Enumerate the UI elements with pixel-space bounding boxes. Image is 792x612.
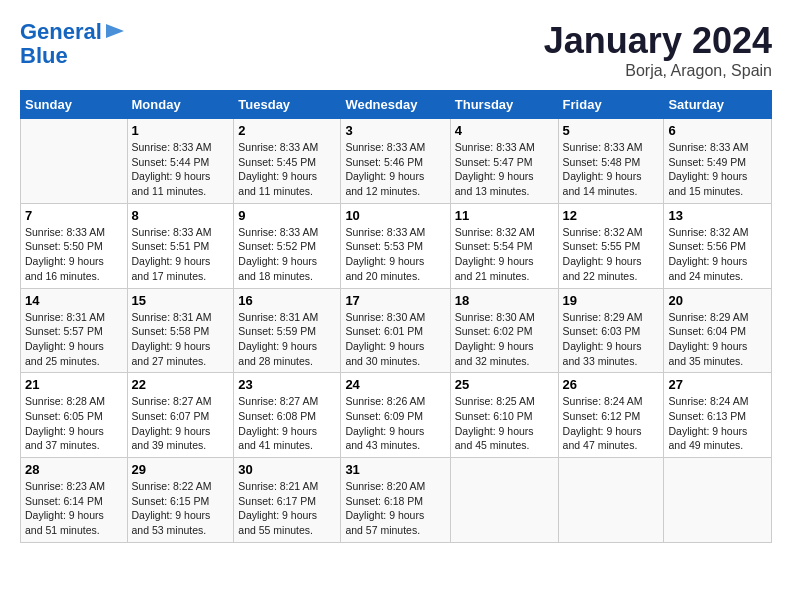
day-info: Sunrise: 8:27 AMSunset: 6:08 PMDaylight:… xyxy=(238,394,336,453)
logo: General Blue xyxy=(20,20,124,68)
calendar-cell: 6Sunrise: 8:33 AMSunset: 5:49 PMDaylight… xyxy=(664,119,772,204)
day-number: 9 xyxy=(238,208,336,223)
day-number: 17 xyxy=(345,293,445,308)
day-number: 3 xyxy=(345,123,445,138)
calendar-cell: 16Sunrise: 8:31 AMSunset: 5:59 PMDayligh… xyxy=(234,288,341,373)
calendar-cell: 19Sunrise: 8:29 AMSunset: 6:03 PMDayligh… xyxy=(558,288,664,373)
day-info: Sunrise: 8:25 AMSunset: 6:10 PMDaylight:… xyxy=(455,394,554,453)
day-info: Sunrise: 8:20 AMSunset: 6:18 PMDaylight:… xyxy=(345,479,445,538)
day-number: 31 xyxy=(345,462,445,477)
calendar-cell: 1Sunrise: 8:33 AMSunset: 5:44 PMDaylight… xyxy=(127,119,234,204)
day-info: Sunrise: 8:24 AMSunset: 6:12 PMDaylight:… xyxy=(563,394,660,453)
calendar-header-monday: Monday xyxy=(127,91,234,119)
calendar-cell: 2Sunrise: 8:33 AMSunset: 5:45 PMDaylight… xyxy=(234,119,341,204)
calendar-week-3: 14Sunrise: 8:31 AMSunset: 5:57 PMDayligh… xyxy=(21,288,772,373)
calendar-cell: 18Sunrise: 8:30 AMSunset: 6:02 PMDayligh… xyxy=(450,288,558,373)
logo-arrow-icon xyxy=(106,24,124,38)
day-number: 7 xyxy=(25,208,123,223)
day-number: 2 xyxy=(238,123,336,138)
day-info: Sunrise: 8:31 AMSunset: 5:57 PMDaylight:… xyxy=(25,310,123,369)
logo-text2: Blue xyxy=(20,43,68,68)
calendar-cell: 14Sunrise: 8:31 AMSunset: 5:57 PMDayligh… xyxy=(21,288,128,373)
day-number: 8 xyxy=(132,208,230,223)
calendar-cell: 30Sunrise: 8:21 AMSunset: 6:17 PMDayligh… xyxy=(234,458,341,543)
day-info: Sunrise: 8:29 AMSunset: 6:04 PMDaylight:… xyxy=(668,310,767,369)
calendar-cell: 31Sunrise: 8:20 AMSunset: 6:18 PMDayligh… xyxy=(341,458,450,543)
calendar-header-row: SundayMondayTuesdayWednesdayThursdayFrid… xyxy=(21,91,772,119)
day-number: 30 xyxy=(238,462,336,477)
calendar-cell xyxy=(558,458,664,543)
logo-text: General xyxy=(20,20,102,44)
calendar-cell xyxy=(21,119,128,204)
page-subtitle: Borja, Aragon, Spain xyxy=(544,62,772,80)
day-number: 22 xyxy=(132,377,230,392)
day-number: 13 xyxy=(668,208,767,223)
calendar-cell: 27Sunrise: 8:24 AMSunset: 6:13 PMDayligh… xyxy=(664,373,772,458)
day-info: Sunrise: 8:23 AMSunset: 6:14 PMDaylight:… xyxy=(25,479,123,538)
calendar-cell: 28Sunrise: 8:23 AMSunset: 6:14 PMDayligh… xyxy=(21,458,128,543)
day-number: 1 xyxy=(132,123,230,138)
day-number: 16 xyxy=(238,293,336,308)
day-info: Sunrise: 8:33 AMSunset: 5:51 PMDaylight:… xyxy=(132,225,230,284)
calendar-cell: 3Sunrise: 8:33 AMSunset: 5:46 PMDaylight… xyxy=(341,119,450,204)
calendar-cell: 21Sunrise: 8:28 AMSunset: 6:05 PMDayligh… xyxy=(21,373,128,458)
day-info: Sunrise: 8:30 AMSunset: 6:01 PMDaylight:… xyxy=(345,310,445,369)
day-number: 24 xyxy=(345,377,445,392)
calendar-table: SundayMondayTuesdayWednesdayThursdayFrid… xyxy=(20,90,772,543)
day-info: Sunrise: 8:26 AMSunset: 6:09 PMDaylight:… xyxy=(345,394,445,453)
calendar-header-sunday: Sunday xyxy=(21,91,128,119)
calendar-cell: 7Sunrise: 8:33 AMSunset: 5:50 PMDaylight… xyxy=(21,203,128,288)
calendar-cell: 26Sunrise: 8:24 AMSunset: 6:12 PMDayligh… xyxy=(558,373,664,458)
day-number: 18 xyxy=(455,293,554,308)
calendar-cell: 8Sunrise: 8:33 AMSunset: 5:51 PMDaylight… xyxy=(127,203,234,288)
day-info: Sunrise: 8:24 AMSunset: 6:13 PMDaylight:… xyxy=(668,394,767,453)
day-number: 29 xyxy=(132,462,230,477)
day-info: Sunrise: 8:33 AMSunset: 5:50 PMDaylight:… xyxy=(25,225,123,284)
calendar-header-thursday: Thursday xyxy=(450,91,558,119)
day-info: Sunrise: 8:33 AMSunset: 5:53 PMDaylight:… xyxy=(345,225,445,284)
day-number: 15 xyxy=(132,293,230,308)
calendar-header-saturday: Saturday xyxy=(664,91,772,119)
calendar-cell: 17Sunrise: 8:30 AMSunset: 6:01 PMDayligh… xyxy=(341,288,450,373)
day-number: 21 xyxy=(25,377,123,392)
day-info: Sunrise: 8:33 AMSunset: 5:52 PMDaylight:… xyxy=(238,225,336,284)
day-info: Sunrise: 8:33 AMSunset: 5:47 PMDaylight:… xyxy=(455,140,554,199)
day-info: Sunrise: 8:31 AMSunset: 5:58 PMDaylight:… xyxy=(132,310,230,369)
calendar-cell xyxy=(450,458,558,543)
calendar-cell: 4Sunrise: 8:33 AMSunset: 5:47 PMDaylight… xyxy=(450,119,558,204)
day-number: 12 xyxy=(563,208,660,223)
day-info: Sunrise: 8:28 AMSunset: 6:05 PMDaylight:… xyxy=(25,394,123,453)
day-info: Sunrise: 8:33 AMSunset: 5:45 PMDaylight:… xyxy=(238,140,336,199)
calendar-cell: 15Sunrise: 8:31 AMSunset: 5:58 PMDayligh… xyxy=(127,288,234,373)
calendar-cell: 25Sunrise: 8:25 AMSunset: 6:10 PMDayligh… xyxy=(450,373,558,458)
calendar-cell: 23Sunrise: 8:27 AMSunset: 6:08 PMDayligh… xyxy=(234,373,341,458)
calendar-cell: 9Sunrise: 8:33 AMSunset: 5:52 PMDaylight… xyxy=(234,203,341,288)
calendar-cell: 13Sunrise: 8:32 AMSunset: 5:56 PMDayligh… xyxy=(664,203,772,288)
day-number: 14 xyxy=(25,293,123,308)
day-info: Sunrise: 8:21 AMSunset: 6:17 PMDaylight:… xyxy=(238,479,336,538)
page-title: January 2024 xyxy=(544,20,772,62)
day-number: 20 xyxy=(668,293,767,308)
day-info: Sunrise: 8:27 AMSunset: 6:07 PMDaylight:… xyxy=(132,394,230,453)
day-number: 26 xyxy=(563,377,660,392)
day-number: 5 xyxy=(563,123,660,138)
calendar-cell: 5Sunrise: 8:33 AMSunset: 5:48 PMDaylight… xyxy=(558,119,664,204)
calendar-header-tuesday: Tuesday xyxy=(234,91,341,119)
day-number: 19 xyxy=(563,293,660,308)
day-number: 23 xyxy=(238,377,336,392)
calendar-week-2: 7Sunrise: 8:33 AMSunset: 5:50 PMDaylight… xyxy=(21,203,772,288)
day-info: Sunrise: 8:33 AMSunset: 5:44 PMDaylight:… xyxy=(132,140,230,199)
calendar-cell: 12Sunrise: 8:32 AMSunset: 5:55 PMDayligh… xyxy=(558,203,664,288)
calendar-cell: 24Sunrise: 8:26 AMSunset: 6:09 PMDayligh… xyxy=(341,373,450,458)
calendar-week-4: 21Sunrise: 8:28 AMSunset: 6:05 PMDayligh… xyxy=(21,373,772,458)
calendar-header-wednesday: Wednesday xyxy=(341,91,450,119)
day-info: Sunrise: 8:29 AMSunset: 6:03 PMDaylight:… xyxy=(563,310,660,369)
calendar-cell: 10Sunrise: 8:33 AMSunset: 5:53 PMDayligh… xyxy=(341,203,450,288)
day-number: 27 xyxy=(668,377,767,392)
day-number: 11 xyxy=(455,208,554,223)
calendar-cell: 29Sunrise: 8:22 AMSunset: 6:15 PMDayligh… xyxy=(127,458,234,543)
day-info: Sunrise: 8:30 AMSunset: 6:02 PMDaylight:… xyxy=(455,310,554,369)
calendar-week-5: 28Sunrise: 8:23 AMSunset: 6:14 PMDayligh… xyxy=(21,458,772,543)
calendar-cell xyxy=(664,458,772,543)
day-info: Sunrise: 8:33 AMSunset: 5:46 PMDaylight:… xyxy=(345,140,445,199)
